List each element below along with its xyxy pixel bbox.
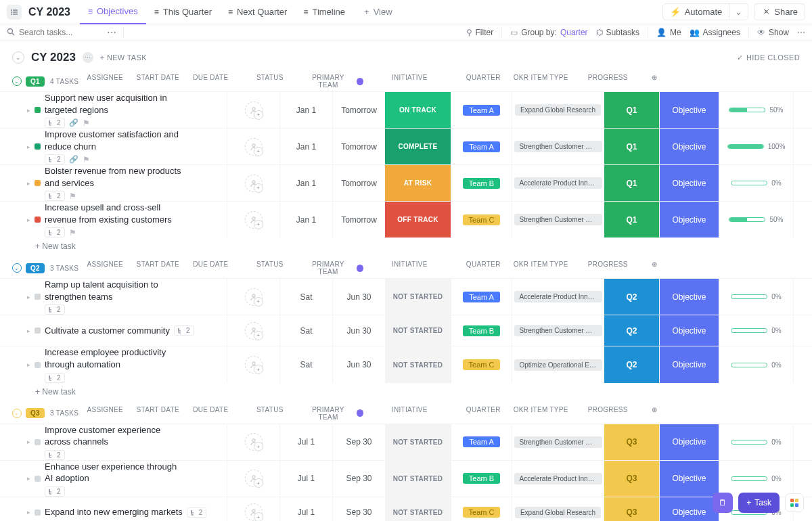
start-date-cell[interactable]: Jan 1 bbox=[279, 92, 332, 128]
col-initiative[interactable]: INITIATIVE bbox=[363, 406, 455, 421]
status-cell[interactable]: NOT STARTED bbox=[385, 346, 451, 382]
link-icon[interactable]: 🔗 bbox=[69, 155, 78, 164]
okr-cell[interactable]: Objective bbox=[659, 315, 719, 346]
initiative-cell[interactable]: Strengthen Customer Retenti... bbox=[512, 202, 604, 237]
new-task-button[interactable]: + New task bbox=[100, 53, 147, 62]
col-due-date[interactable]: DUE DATE bbox=[184, 74, 237, 89]
status-cell[interactable]: ON TRACK bbox=[385, 92, 451, 128]
info-icon[interactable]: ⋯ bbox=[83, 52, 93, 63]
search-options-icon[interactable]: ⋯ bbox=[104, 27, 119, 38]
add-column-button[interactable]: ⊕ bbox=[645, 74, 664, 89]
assignee-cell[interactable] bbox=[227, 424, 279, 460]
expand-icon[interactable]: ▸ bbox=[27, 438, 30, 445]
group-badge[interactable]: Q1 bbox=[26, 76, 45, 87]
status-square[interactable] bbox=[35, 180, 41, 186]
new-task-row[interactable]: + New task bbox=[0, 237, 812, 255]
quarter-cell[interactable]: Q2 bbox=[604, 346, 659, 382]
task-title[interactable]: Support new user acquisition in targeted… bbox=[45, 92, 187, 116]
assignee-cell[interactable] bbox=[227, 279, 279, 315]
expand-icon[interactable]: ▸ bbox=[27, 180, 30, 187]
col-quarter[interactable]: QUARTER bbox=[455, 260, 511, 275]
initiative-chip[interactable]: Optimize Operational Efficien... bbox=[514, 359, 602, 371]
apps-button[interactable] bbox=[785, 493, 804, 512]
subtask-count[interactable]: 2 bbox=[45, 373, 65, 383]
due-date-cell[interactable]: Tomorrow bbox=[332, 92, 385, 128]
initiative-cell[interactable]: Accelerate Product Innovation bbox=[512, 461, 604, 497]
progress-cell[interactable]: 0% bbox=[719, 461, 793, 497]
automate-button[interactable]: ⚡ Automate bbox=[662, 3, 730, 20]
initiative-cell[interactable]: Accelerate Product Innovation bbox=[512, 279, 604, 315]
assign-avatar[interactable] bbox=[245, 288, 263, 306]
due-date-cell[interactable]: Sep 30 bbox=[332, 461, 385, 497]
status-cell[interactable]: NOT STARTED bbox=[385, 497, 451, 521]
initiative-chip[interactable]: Accelerate Product Innovation bbox=[514, 473, 602, 484]
team-cell[interactable]: Team B bbox=[451, 165, 512, 201]
team-cell[interactable]: Team A bbox=[451, 92, 512, 128]
flag-icon[interactable]: ⚑ bbox=[83, 118, 90, 128]
status-square[interactable] bbox=[35, 362, 41, 368]
assign-avatar[interactable] bbox=[245, 433, 263, 451]
start-date-cell[interactable]: Sat bbox=[279, 346, 332, 382]
col-assignee[interactable]: ASSIGNEE bbox=[78, 260, 131, 275]
assignee-cell[interactable] bbox=[227, 92, 279, 128]
new-task-float-button[interactable]: +Task bbox=[738, 493, 780, 513]
progress-cell[interactable]: 0% bbox=[719, 279, 793, 315]
team-cell[interactable]: Team B bbox=[451, 315, 512, 346]
initiative-cell[interactable]: Strengthen Customer Retenti... bbox=[512, 424, 604, 460]
tab-timeline[interactable]: ≡Timeline bbox=[295, 0, 353, 24]
status-cell[interactable]: NOT STARTED bbox=[385, 279, 451, 315]
initiative-chip[interactable]: Strengthen Customer Retenti... bbox=[514, 436, 602, 448]
subtask-count[interactable]: 2 bbox=[45, 154, 65, 164]
task-title[interactable]: Bolster revenue from new products and se… bbox=[45, 165, 187, 189]
more-button[interactable]: ⋯ bbox=[797, 28, 805, 37]
add-column-button[interactable]: ⊕ bbox=[645, 260, 664, 275]
start-date-cell[interactable]: Sat bbox=[279, 279, 332, 315]
progress-cell[interactable]: 0% bbox=[719, 315, 793, 346]
col-status[interactable]: STATUS bbox=[237, 406, 302, 421]
show-button[interactable]: 👁Show bbox=[757, 28, 789, 37]
col-status[interactable]: STATUS bbox=[237, 260, 302, 275]
team-chip[interactable]: Team A bbox=[463, 105, 500, 116]
start-date-cell[interactable]: Sat bbox=[279, 315, 332, 346]
status-square[interactable] bbox=[35, 294, 41, 300]
initiative-cell[interactable]: Expand Global Research bbox=[512, 92, 604, 128]
start-date-cell[interactable]: Jul 1 bbox=[279, 461, 332, 497]
me-button[interactable]: 👤Me bbox=[656, 28, 681, 37]
quarter-cell[interactable]: Q3 bbox=[604, 424, 659, 460]
team-cell[interactable]: Team A bbox=[451, 129, 512, 164]
quarter-cell[interactable]: Q2 bbox=[604, 315, 659, 346]
assignee-cell[interactable] bbox=[227, 346, 279, 382]
col-okr[interactable]: OKR ITEM TYPE bbox=[511, 260, 570, 275]
progress-cell[interactable]: 50% bbox=[719, 202, 793, 237]
group-collapse-button[interactable]: ⌄ bbox=[12, 409, 22, 418]
progress-cell[interactable]: 0% bbox=[719, 346, 793, 382]
okr-cell[interactable]: Objective bbox=[659, 461, 719, 497]
group-by-button[interactable]: ▭Group by: Quarter bbox=[510, 28, 587, 37]
initiative-chip[interactable]: Accelerate Product Innovation bbox=[514, 177, 602, 189]
initiative-chip[interactable]: Strengthen Customer Retenti... bbox=[514, 141, 602, 152]
subtask-count[interactable]: 2 bbox=[45, 486, 65, 497]
team-chip[interactable]: Team B bbox=[463, 178, 500, 189]
expand-icon[interactable]: ▸ bbox=[27, 327, 30, 334]
assign-avatar[interactable] bbox=[245, 356, 263, 373]
task-title[interactable]: Expand into new emerging markets bbox=[45, 506, 183, 518]
due-date-cell[interactable]: Jun 30 bbox=[332, 279, 385, 315]
initiative-chip[interactable]: Strengthen Customer Retenti... bbox=[514, 214, 602, 225]
okr-cell[interactable]: Objective bbox=[659, 279, 719, 315]
subtask-count[interactable]: 2 bbox=[174, 325, 194, 336]
task-title[interactable]: Increase upsell and cross-sell revenue f… bbox=[45, 202, 187, 225]
quarter-cell[interactable]: Q1 bbox=[604, 92, 659, 128]
col-assignee[interactable]: ASSIGNEE bbox=[78, 74, 131, 89]
col-progress[interactable]: PROGRESS bbox=[570, 74, 645, 89]
team-chip[interactable]: Team B bbox=[463, 325, 500, 336]
assignee-cell[interactable] bbox=[227, 497, 279, 521]
col-progress[interactable]: PROGRESS bbox=[570, 406, 645, 421]
expand-icon[interactable]: ▸ bbox=[27, 217, 30, 223]
status-cell[interactable]: NOT STARTED bbox=[385, 461, 451, 497]
expand-icon[interactable]: ▸ bbox=[27, 107, 30, 114]
task-title[interactable]: Ramp up talent acquisition to strengthen… bbox=[45, 279, 187, 302]
team-cell[interactable]: Team A bbox=[451, 424, 512, 460]
team-cell[interactable]: Team C bbox=[451, 202, 512, 237]
col-assignee[interactable]: ASSIGNEE bbox=[78, 406, 131, 421]
subtask-count[interactable]: 2 bbox=[45, 450, 65, 460]
